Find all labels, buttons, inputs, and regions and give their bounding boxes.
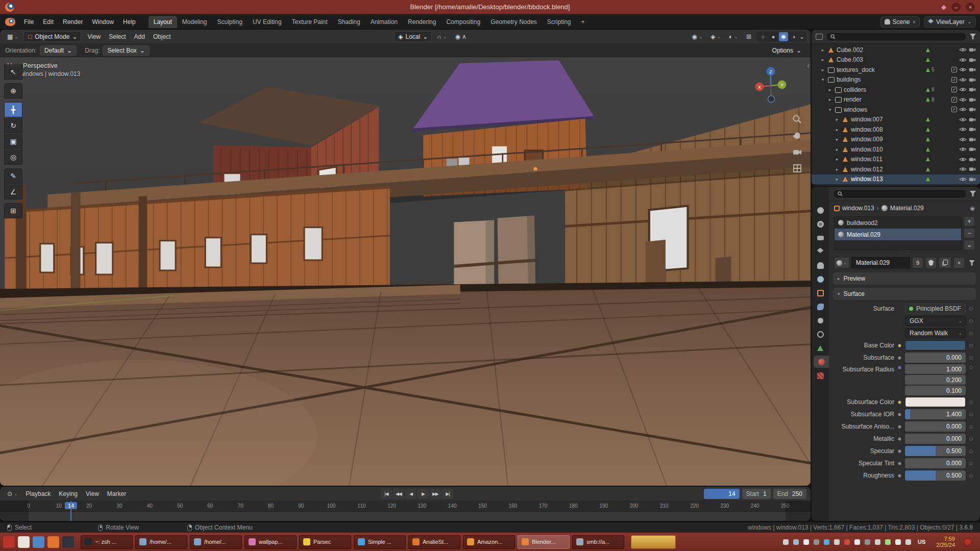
disable-render-toggle[interactable]	[969, 137, 976, 142]
radius-z-field[interactable]: 0.100	[905, 386, 966, 395]
taskbar-window-button[interactable]: Blender...	[518, 535, 570, 549]
disclosure-icon[interactable]: ▾	[827, 107, 833, 112]
menubar-menu[interactable]: Edit	[38, 16, 58, 28]
preview-panel-header[interactable]: ▸ Preview	[833, 272, 976, 285]
properties-tab-output[interactable]	[812, 232, 829, 244]
tray-icon[interactable]	[834, 539, 840, 545]
workspace-tab[interactable]: Modeling	[177, 16, 212, 28]
snapping-button[interactable]: ∩ ⌄	[434, 32, 450, 41]
mode-dropdown[interactable]: ▢ Object Mode ⌄	[23, 31, 82, 42]
taskbar-window-button[interactable]: Parsec	[299, 535, 351, 549]
socket-icon[interactable]	[898, 462, 901, 465]
disclosure-icon[interactable]: ▸	[820, 47, 826, 53]
socket-icon[interactable]	[898, 474, 901, 478]
distribution-dropdown[interactable]: GGX ⌄	[905, 316, 966, 326]
window-menu-icon[interactable]: ◆	[941, 3, 946, 11]
shading-rendered-button[interactable]: ◑	[789, 32, 798, 41]
hide-viewport-toggle[interactable]	[959, 57, 967, 63]
timeline-playhead[interactable]: 14	[70, 501, 71, 521]
taskbar-window-button[interactable]: ~: zsh ...	[81, 535, 133, 549]
timeline-track[interactable]	[0, 512, 811, 521]
animate-dot[interactable]	[969, 332, 973, 335]
outliner-row[interactable]: ▸ window.010 ✓	[812, 144, 980, 155]
tray-icon[interactable]	[793, 539, 799, 545]
sidebar-toggle-icon[interactable]: ‹	[807, 61, 810, 69]
disable-render-toggle[interactable]	[969, 47, 976, 53]
launcher-icon[interactable]	[62, 536, 74, 548]
hide-viewport-toggle[interactable]	[959, 97, 967, 103]
gizmos-dropdown[interactable]: ◈ ⌄	[707, 32, 724, 41]
window-minimize-button[interactable]: –	[951, 3, 961, 12]
properties-tab-physics[interactable]	[812, 328, 829, 340]
animate-dot[interactable]	[969, 307, 973, 311]
outliner-row[interactable]: ▸ window.007 ✓	[812, 115, 980, 125]
breadcrumb-object[interactable]: window.013	[842, 205, 874, 212]
drag-dropdown[interactable]: Select Box ⌄	[103, 45, 149, 56]
timeline-editor-type-button[interactable]: ⊙ ⌄	[4, 489, 21, 498]
launcher-icon[interactable]	[33, 536, 44, 548]
transport-button-play[interactable]: ▶	[418, 489, 429, 499]
socket-icon[interactable]	[898, 400, 901, 404]
overlays-dropdown[interactable]: ◐ ⌄	[726, 32, 741, 41]
workspace-tab[interactable]: Rendering	[403, 16, 441, 28]
transport-button-jump-start[interactable]: |◀	[381, 489, 392, 499]
material-slot[interactable]: Material.029	[835, 229, 961, 240]
collection-checkbox[interactable]: ✓	[951, 77, 957, 83]
options-dropdown[interactable]: Options ⌄	[768, 45, 805, 56]
sss-method-dropdown[interactable]: Random Walk ⌄	[905, 328, 966, 338]
animate-dot[interactable]	[969, 413, 973, 416]
base-color-swatch[interactable]	[905, 340, 966, 350]
disable-render-toggle[interactable]	[969, 127, 976, 132]
animate-dot[interactable]	[969, 449, 973, 453]
properties-tab-modifiers[interactable]	[812, 300, 829, 313]
disable-render-toggle[interactable]	[969, 157, 976, 162]
xray-toggle[interactable]: ⊞	[743, 32, 754, 41]
workspace-tab[interactable]: Shading	[333, 16, 365, 28]
disclosure-icon[interactable]: ▸	[834, 157, 840, 162]
viewlayer-copy-icon[interactable]: ⌄	[967, 18, 972, 25]
collection-checkbox[interactable]: ✓	[951, 87, 957, 92]
browse-material-button[interactable]: ⌄	[834, 257, 849, 268]
transport-button-jump-end[interactable]: ▶|	[442, 489, 453, 499]
tray-icon[interactable]	[875, 539, 880, 545]
tray-icon[interactable]	[865, 539, 870, 545]
animate-dot[interactable]	[969, 425, 973, 429]
viewport-menu[interactable]: Select	[105, 32, 130, 42]
tray-icon[interactable]	[854, 539, 860, 545]
outliner-editor-icon[interactable]	[816, 34, 823, 40]
menubar-menu[interactable]: Window	[87, 16, 118, 28]
timeline-ruler[interactable]: 0102030405060708090100110120130140150160…	[0, 501, 811, 512]
disclosure-icon[interactable]: ▸	[820, 67, 826, 72]
pin-icon[interactable]: ◉	[970, 205, 975, 212]
disclosure-icon[interactable]: ▸	[834, 167, 840, 172]
disable-render-toggle[interactable]	[969, 166, 976, 172]
properties-tab-view-layer[interactable]	[812, 245, 829, 258]
filter-icon[interactable]	[970, 34, 976, 39]
hide-viewport-toggle[interactable]	[959, 166, 967, 172]
taskbar-window-button[interactable]: wallpap...	[244, 535, 297, 549]
material-name-field[interactable]: Material.029	[851, 257, 910, 268]
remove-slot-button[interactable]: −	[964, 228, 975, 238]
taskbar-window-button[interactable]: AnalieSt...	[408, 535, 460, 549]
collection-checkbox[interactable]: ✓	[951, 97, 957, 103]
fake-user-button[interactable]	[925, 257, 937, 268]
tray-icon[interactable]	[783, 539, 789, 545]
hide-viewport-toggle[interactable]	[959, 107, 967, 112]
outliner-row[interactable]: ▸ window.012 ✓	[812, 164, 980, 174]
tool-button-add-cube[interactable]: ⊞	[4, 203, 22, 218]
hide-viewport-toggle[interactable]	[959, 47, 967, 53]
timeline-menu[interactable]: View	[82, 489, 103, 499]
hide-viewport-toggle[interactable]	[959, 146, 967, 152]
timeline-body[interactable]: 0102030405060708090100110120130140150160…	[0, 501, 811, 521]
launcher-icon[interactable]	[47, 536, 59, 548]
collection-checkbox[interactable]: ✓	[951, 107, 957, 112]
filter-icon[interactable]	[970, 191, 976, 196]
slot-specials-button[interactable]: ⌄	[964, 240, 975, 250]
outliner-row[interactable]: ▸ window.008 ✓	[812, 124, 980, 135]
properties-tab-material[interactable]	[814, 356, 829, 368]
disable-render-toggle[interactable]	[969, 67, 976, 72]
timeline-menu[interactable]: Marker	[103, 489, 130, 499]
disclosure-icon[interactable]: ▸	[827, 87, 833, 92]
workspace-tab[interactable]: Sculpting	[212, 16, 248, 28]
tool-button-rotate[interactable]: ↻	[4, 118, 22, 133]
